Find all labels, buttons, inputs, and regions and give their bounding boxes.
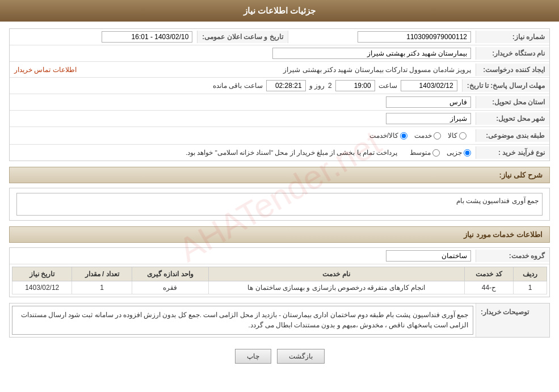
category-goods-label: کالا	[448, 132, 457, 140]
category-goods-radio[interactable]	[459, 132, 466, 140]
category-service-option[interactable]: خدمت	[414, 132, 441, 140]
buyer-desc-content: جمع آوری فنداسیون پشت بام طبقه دوم ساختم…	[12, 306, 473, 335]
need-description-title: شرح کلی نیاز:	[9, 167, 550, 183]
back-button[interactable]: بازگشت	[277, 349, 325, 364]
deadline-remaining-label: ساعت باقی مانده	[213, 82, 263, 90]
process-medium-label: متوسط	[410, 149, 431, 157]
process-label: نوع فرآیند خرید :	[476, 146, 549, 159]
services-table: ردیف کد خدمت نام خدمت واحد اندازه گیری ت…	[12, 267, 547, 294]
service-group-label: گروه خدمت:	[476, 250, 549, 262]
services-table-container: ردیف کد خدمت نام خدمت واحد اندازه گیری ت…	[10, 264, 549, 297]
category-row: طبقه بندی موضوعی: کالا خدمت	[10, 127, 549, 145]
cell-date: 1403/02/12	[12, 281, 72, 294]
deadline-time-input[interactable]	[335, 80, 375, 91]
contact-link[interactable]: اطلاعات تماس خریدار	[14, 66, 77, 74]
need-number-label: شماره نیاز:	[476, 31, 549, 43]
category-service-radio[interactable]	[434, 132, 441, 140]
service-group-row: گروه خدمت:	[10, 248, 549, 264]
services-info-section: اطلاعات خدمات مورد نیاز گروه خدمت: ردیف	[9, 226, 550, 297]
deadline-days-label: روز و	[309, 82, 325, 90]
process-options: جزیی متوسط پرداخت تمام یا بخشی از مبلغ خ…	[10, 146, 476, 159]
services-section-title: اطلاعات خدمات مورد نیاز	[9, 226, 550, 243]
need-description-text: جمع آوری فنداسیون پشت بام	[16, 193, 543, 216]
buyer-org-value	[10, 45, 476, 61]
deadline-values: ساعت 2 روز و ساعت باقی مانده	[10, 78, 462, 94]
cell-service-code: ح-44	[464, 281, 514, 294]
buyer-org-row: نام دستگاه خریدار:	[10, 45, 549, 62]
need-description-value: جمع آوری فنداسیون پشت بام	[12, 191, 547, 218]
announce-date-label: تاریخ و ساعت اعلان عمومی:	[197, 31, 288, 43]
category-goods-service-label: کالا/خدمت	[369, 132, 398, 140]
process-parts-radio[interactable]	[464, 149, 471, 157]
col-service-code: کد خدمت	[464, 267, 514, 281]
page-title: جزئیات اطلاعات نیاز	[243, 6, 316, 15]
process-text: پرداخت تمام یا بخشی از مبلغ خریدار از مح…	[186, 149, 397, 157]
creator-row: ایجاد کننده درخواست: پرویز شادمان مسوول …	[10, 62, 549, 78]
cell-quantity: 1	[72, 281, 132, 294]
main-info-section: شماره نیاز: تاریخ و ساعت اعلان عمومی: نا…	[9, 28, 550, 161]
deadline-time-label: ساعت	[379, 82, 397, 90]
buyer-org-label: نام دستگاه خریدار:	[476, 47, 549, 60]
page-header: جزئیات اطلاعات نیاز	[0, 0, 559, 22]
buyer-desc-label: توصیحات خریدار:	[476, 304, 549, 337]
deadline-remaining-input[interactable]	[266, 80, 306, 91]
announce-date-value	[10, 29, 197, 45]
col-date: تاریخ نیاز	[12, 267, 72, 281]
process-row: نوع فرآیند خرید : جزیی متوسط	[10, 145, 549, 161]
city-input[interactable]	[386, 113, 471, 124]
city-row: شهر محل تحویل:	[10, 111, 549, 127]
creator-label: ایجاد کننده درخواست:	[476, 64, 549, 76]
cell-row-number: 1	[514, 281, 547, 294]
province-value	[10, 94, 476, 110]
announce-date-input[interactable]	[102, 31, 192, 43]
table-row: 1 ح-44 انجام کارهای متفرقه درخصوص بازساز…	[12, 281, 547, 294]
need-number-value	[288, 29, 476, 45]
process-parts-label: جزیی	[447, 149, 462, 157]
category-service-label: خدمت	[414, 132, 432, 140]
deadline-date-input[interactable]	[401, 80, 457, 91]
process-medium-option[interactable]: متوسط	[410, 149, 440, 157]
need-number-row: شماره نیاز: تاریخ و ساعت اعلان عمومی:	[10, 29, 549, 45]
service-group-value	[10, 248, 476, 264]
table-header-row: ردیف کد خدمت نام خدمت واحد اندازه گیری ت…	[12, 267, 547, 281]
services-container: گروه خدمت: ردیف کد خدمت نام خدمت وا	[9, 247, 550, 297]
creator-value: پرویز شادمان مسوول تداركات بیمارستان شهی…	[10, 64, 476, 76]
creator-text: پرویز شادمان مسوول تداركات بیمارستان شهی…	[283, 66, 471, 74]
city-value	[10, 111, 476, 127]
category-goods-option[interactable]: کالا	[448, 132, 466, 140]
deadline-label: مهلت ارسال پاسخ: تا تاریخ:	[462, 79, 549, 92]
province-input[interactable]	[386, 96, 471, 108]
process-parts-option[interactable]: جزیی	[447, 149, 471, 157]
cell-service-name: انجام کارهای متفرقه درخصوص بازسازی و بهس…	[208, 281, 464, 294]
deadline-row: مهلت ارسال پاسخ: تا تاریخ: ساعت 2 روز و …	[10, 78, 549, 94]
process-medium-radio[interactable]	[432, 149, 440, 157]
province-label: استان محل تحویل:	[476, 96, 549, 108]
buyer-desc-section: توصیحات خریدار: جمع آوری فنداسیون پشت با…	[9, 303, 550, 338]
need-description-section: شرح کلی نیاز: جمع آوری فنداسیون پشت بام	[9, 167, 550, 221]
print-button[interactable]: چاپ	[235, 349, 271, 364]
deadline-days: 2	[328, 82, 332, 90]
buyer-org-input[interactable]	[272, 48, 471, 59]
category-options: کالا خدمت کالا/خدمت	[10, 127, 476, 144]
col-row-number: ردیف	[514, 267, 547, 281]
need-description-row: جمع آوری فنداسیون پشت بام	[12, 191, 547, 218]
province-row: استان محل تحویل:	[10, 94, 549, 111]
category-goods-service-radio[interactable]	[400, 132, 407, 140]
col-quantity: تعداد / مقدار	[72, 267, 132, 281]
service-group-input[interactable]	[386, 250, 471, 262]
category-goods-service-option[interactable]: کالا/خدمت	[369, 132, 407, 140]
need-number-input[interactable]	[358, 31, 471, 43]
cell-unit: فقره	[132, 281, 208, 294]
buyer-desc-row: توصیحات خریدار: جمع آوری فنداسیون پشت با…	[10, 304, 549, 337]
city-label: شهر محل تحویل:	[476, 112, 549, 125]
need-description-container: جمع آوری فنداسیون پشت بام	[9, 188, 550, 221]
action-buttons: بازگشت چاپ	[9, 343, 550, 369]
col-service-name: نام خدمت	[208, 267, 464, 281]
col-unit: واحد اندازه گیری	[132, 267, 208, 281]
category-label: طبقه بندی موضوعی:	[476, 129, 549, 142]
